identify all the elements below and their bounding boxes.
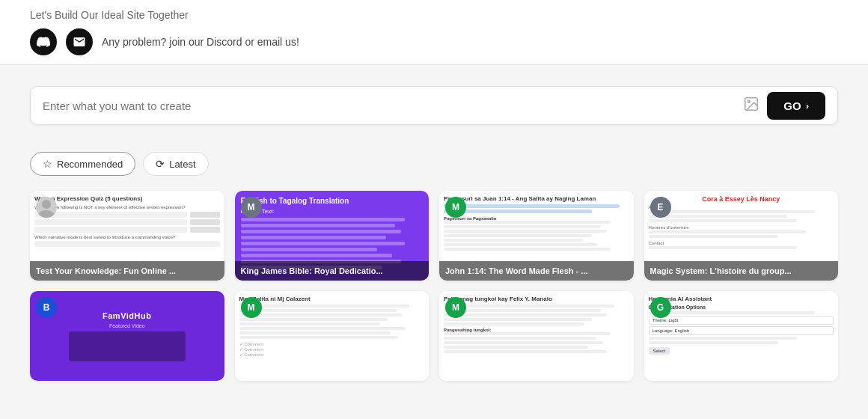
email-icon[interactable] [66, 28, 93, 55]
avatar-e: E [650, 197, 671, 218]
card-harmonia[interactable]: Harmonia AI Assistant Customization Opti… [644, 291, 839, 381]
card-quiz-label: Test Your Knowledge: Fun Online ... [30, 261, 224, 281]
card-john-preview: Pagsusuri sa Juan 1:14 - Ang Salita ay N… [439, 191, 634, 281]
image-upload-icon[interactable] [743, 96, 760, 116]
avatar-g: G [650, 297, 671, 318]
avatar-m3: M [241, 297, 262, 318]
card-quiz[interactable]: Written Expression Quiz (5 questions) Wh… [30, 191, 224, 281]
card-translation-label: King James Bible: Royal Dedicatio... [235, 261, 430, 281]
cards-section: Written Expression Quiz (5 questions) Wh… [0, 183, 868, 396]
svg-point-2 [42, 200, 51, 209]
go-button[interactable]: GO › [767, 92, 825, 120]
card-magic[interactable]: Cora à Essey Lès Nancy Adresse Horaires … [644, 191, 839, 281]
svg-point-1 [748, 100, 751, 103]
card-paliwanag-preview: Paliwanag tungkol kay Felix Y. Manalo Pa… [439, 291, 634, 381]
card-harmonia-preview: Harmonia AI Assistant Customization Opti… [644, 291, 839, 381]
card-famvid-preview: FamVidHub Featured Video B [30, 291, 224, 381]
discord-message: Any problem? join our Discord or email u… [102, 36, 299, 48]
card-magic-label: Magic System: L'histoire du group... [644, 261, 839, 281]
avatar-m2: M [445, 197, 466, 218]
search-bar: GO › [30, 86, 838, 125]
discord-row: Any problem? join our Discord or email u… [30, 28, 838, 55]
avatar-m1: M [241, 197, 262, 218]
card-john-label: John 1:14: The Word Made Flesh - ... [439, 261, 634, 281]
avatar-m4: M [445, 297, 466, 318]
page-title: Let's Build Our Ideal Site Together [30, 9, 838, 21]
card-famvid[interactable]: FamVidHub Featured Video B [30, 291, 224, 381]
card-magic-preview: Cora à Essey Lès Nancy Adresse Horaires … [644, 191, 839, 281]
search-input[interactable] [43, 100, 736, 112]
star-icon: ☆ [43, 158, 52, 170]
card-quiz-preview: Written Expression Quiz (5 questions) Wh… [30, 191, 224, 281]
tabs-section: ☆ Recommended ⟳ Latest [0, 140, 868, 183]
card-salita[interactable]: Mga Salita ni Mj Calazent ✓ Comment ✓ Co… [235, 291, 430, 381]
search-section: GO › [0, 65, 868, 140]
tab-recommended[interactable]: ☆ Recommended [30, 152, 135, 176]
discord-icon[interactable] [30, 28, 57, 55]
tabs-row: ☆ Recommended ⟳ Latest [30, 152, 838, 176]
card-paliwanag[interactable]: Paliwanag tungkol kay Felix Y. Manalo Pa… [439, 291, 634, 381]
clock-icon: ⟳ [156, 158, 165, 170]
avatar-b: B [36, 297, 57, 318]
card-translation[interactable]: English to Tagalog Translation English T… [235, 191, 430, 281]
top-bar: Let's Build Our Ideal Site Together Any … [0, 0, 868, 65]
card-translation-preview: English to Tagalog Translation English T… [235, 191, 430, 281]
go-arrow-icon: › [806, 100, 809, 111]
card-salita-preview: Mga Salita ni Mj Calazent ✓ Comment ✓ Co… [235, 291, 430, 381]
card-john[interactable]: Pagsusuri sa Juan 1:14 - Ang Salita ay N… [439, 191, 634, 281]
cards-grid: Written Expression Quiz (5 questions) Wh… [30, 191, 838, 381]
tab-latest[interactable]: ⟳ Latest [143, 152, 208, 176]
